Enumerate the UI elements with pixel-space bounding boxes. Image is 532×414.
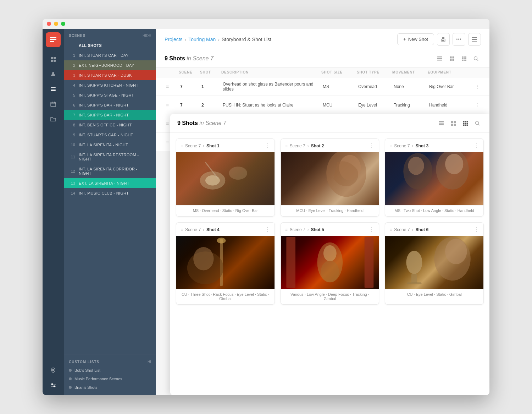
svg-rect-3: [51, 57, 53, 59]
custom-list-brians[interactable]: Brian's Shots: [64, 383, 156, 392]
large-grid-view-btn-grid[interactable]: [460, 118, 470, 128]
nav-icon-boards[interactable]: [47, 53, 60, 66]
card-arrow: ›: [203, 143, 204, 148]
custom-lists-title: CUSTOM LISTS: [69, 360, 99, 364]
svg-rect-76: [286, 237, 295, 288]
scene-item-14[interactable]: 14 INT. MUSIC CLUB - NIGHT: [64, 188, 156, 198]
svg-rect-9: [51, 89, 56, 89]
minimize-button[interactable]: [54, 22, 58, 26]
svg-point-79: [323, 245, 337, 261]
grid-view-btn-grid[interactable]: [448, 118, 458, 128]
grid-shot-count: 9 Shots in Scene 7: [177, 120, 226, 126]
scene-item-1[interactable]: 1 INT. STUART'S CAR - DAY: [64, 50, 156, 60]
scene-item-13[interactable]: 13 EXT. LA SIRENITA - NIGHT: [64, 178, 156, 188]
table-row[interactable]: ≡ 7 1 Overhead on shot glass as Bartende…: [156, 77, 489, 96]
svg-point-80: [321, 261, 339, 282]
card-more-btn[interactable]: ⋮: [265, 142, 270, 149]
breadcrumb-current: Storyboard & Shot List: [222, 37, 271, 42]
list-view-button[interactable]: [468, 33, 481, 46]
scene-num: 2: [69, 63, 75, 67]
close-button[interactable]: [47, 22, 51, 26]
svg-rect-30: [452, 56, 454, 59]
card-arrow: ›: [412, 227, 413, 232]
scene-item-9[interactable]: 9 INT. STUART'S CAR - NIGHT: [64, 130, 156, 140]
print-button[interactable]: [437, 33, 450, 46]
shot-card-2[interactable]: ≡ Scene 7 › Shot 2 ⋮: [281, 138, 379, 217]
shot-card-3[interactable]: ≡ Scene 7 › Shot 3 ⋮: [385, 138, 484, 217]
td-shot-size: MCU: [321, 100, 357, 110]
table-view-btn-grid[interactable]: [436, 118, 446, 128]
custom-list-music[interactable]: Music Performance Scenes: [64, 375, 156, 383]
nav-icon-calendar[interactable]: [47, 98, 60, 110]
svg-rect-5: [51, 60, 53, 62]
scene-name: INT. LA SIRENITA RESTROOM - NIGHT: [79, 153, 151, 161]
td-more[interactable]: ⋮: [470, 81, 481, 92]
card-image-2: [281, 152, 379, 205]
card-scene-label: Scene 7: [290, 143, 305, 148]
card-caption-3: MS · Two Shot · Low Angle · Static · Han…: [385, 205, 483, 216]
nav-icon-location[interactable]: [47, 364, 60, 377]
shot-card-5[interactable]: ≡ Scene 7 › Shot 5 ⋮: [281, 222, 379, 305]
svg-rect-40: [463, 60, 465, 61]
svg-point-85: [445, 239, 467, 264]
grid-view-btn[interactable]: [447, 54, 457, 64]
svg-point-73: [217, 238, 226, 243]
card-more-btn[interactable]: ⋮: [473, 226, 479, 233]
table-row[interactable]: ≡ 7 2 PUSH IN: Stuart as he looks at Cla…: [156, 96, 489, 114]
nav-icon-list[interactable]: [47, 83, 60, 96]
card-scene-label: Scene 7: [290, 227, 305, 232]
card-drag-icon: ≡: [285, 227, 288, 232]
svg-rect-82: [411, 274, 417, 283]
scene-num: 12: [69, 169, 75, 173]
table-view-btn[interactable]: [435, 54, 445, 64]
svg-point-69: [408, 157, 424, 175]
new-shot-button[interactable]: + New Shot: [397, 33, 434, 45]
card-more-btn[interactable]: ⋮: [369, 142, 375, 149]
drag-handle[interactable]: ≡: [165, 81, 179, 92]
scene-item-all-shots[interactable]: - ALL SHOTS: [64, 40, 156, 50]
shot-card-1[interactable]: ≡ Scene 7 › Shot 1 ⋮: [176, 138, 275, 217]
card-more-btn[interactable]: ⋮: [473, 142, 479, 149]
scenes-hide-button[interactable]: HIDE: [143, 34, 151, 38]
scene-item-8[interactable]: 8 INT. BEN'S OFFICE - NIGHT: [64, 120, 156, 130]
shot-card-6[interactable]: ≡ Scene 7 › Shot 6 ⋮: [385, 222, 484, 305]
nav-icon-people[interactable]: [47, 68, 60, 81]
scene-item-4[interactable]: 4 INT. SKIPP'S KITCHEN - NIGHT: [64, 80, 156, 90]
scene-item-11[interactable]: 11 INT. LA SIRENITA RESTROOM - NIGHT: [64, 150, 156, 164]
svg-rect-39: [462, 60, 463, 61]
svg-rect-34: [463, 56, 465, 58]
svg-rect-59: [466, 124, 468, 126]
scene-num: 3: [69, 73, 75, 77]
custom-list-bobs[interactable]: Bob's Shot List: [64, 366, 156, 375]
breadcrumb-sep1: ›: [185, 37, 187, 42]
more-options-button[interactable]: •••: [453, 33, 465, 46]
card-more-btn[interactable]: ⋮: [265, 226, 270, 233]
nav-icon-folder[interactable]: [47, 113, 60, 125]
scene-item-6[interactable]: 6 INT. SKIPP'S BAR - NIGHT: [64, 100, 156, 110]
scenes-panel: SCENES HIDE - ALL SHOTS 1 INT. STUART'S …: [64, 29, 156, 395]
new-shot-icon: +: [403, 37, 406, 42]
scene-item-5[interactable]: 5 INT. SKIPP'S STAGE - NIGHT: [64, 90, 156, 100]
search-btn-grid[interactable]: [472, 118, 482, 128]
scenes-header: SCENES HIDE: [64, 29, 156, 40]
search-btn-table[interactable]: [471, 54, 481, 64]
view-controls-grid: [436, 118, 482, 128]
scene-item-10[interactable]: 10 INT. LA SIRENITA - NIGHT: [64, 140, 156, 150]
maximize-button[interactable]: [61, 22, 65, 26]
card-more-btn[interactable]: ⋮: [369, 226, 375, 233]
large-grid-view-btn[interactable]: [459, 54, 469, 64]
svg-rect-2: [50, 41, 54, 42]
shot-card-4[interactable]: ≡ Scene 7 › Shot 4 ⋮: [176, 222, 275, 305]
nav-icon-settings[interactable]: [47, 379, 60, 392]
td-more[interactable]: ⋮: [470, 100, 481, 110]
scene-item-2[interactable]: 2 EXT. NEIGHBORHOOD - DAY: [64, 60, 156, 70]
drag-handle[interactable]: ≡: [165, 99, 179, 111]
breadcrumb-projects[interactable]: Projects: [165, 37, 183, 42]
custom-lists-hide[interactable]: HI: [148, 360, 151, 364]
svg-rect-23: [472, 37, 477, 38]
scene-item-3[interactable]: 3 INT. STUART'S CAR - DUSK: [64, 70, 156, 80]
scene-item-12[interactable]: 12 INT. LA SIRENITA CORRIDOR - NIGHT: [64, 164, 156, 178]
svg-rect-55: [465, 122, 466, 124]
breadcrumb-project[interactable]: Touring Man: [188, 37, 216, 42]
scene-item-7[interactable]: 7 INT. SKIPP'S BAR - NIGHT: [64, 110, 156, 120]
